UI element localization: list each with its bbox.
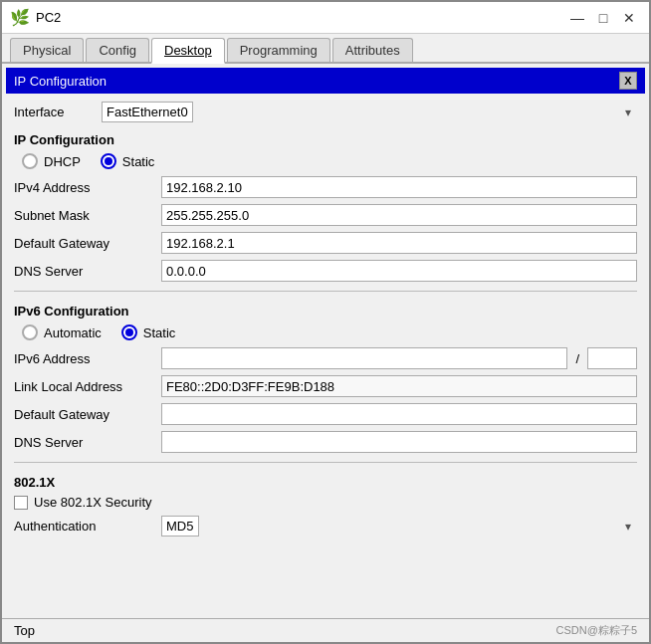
interface-row: Interface FastEthernet0: [2, 98, 649, 126]
dns-server-row: DNS Server: [2, 257, 649, 285]
interface-label: Interface: [14, 105, 94, 119]
ipv6-static-radio[interactable]: Static: [121, 324, 176, 340]
static-radio-indicator: [101, 153, 116, 169]
static-radio[interactable]: Static: [101, 153, 155, 169]
subnet-mask-row: Subnet Mask: [2, 201, 649, 229]
window-title: PC2: [36, 10, 565, 25]
subnet-mask-input[interactable]: [161, 204, 637, 226]
ipv6-address-label: IPv6 Address: [14, 351, 153, 366]
ip-config-header: IP Configuration X: [6, 68, 645, 94]
ipv6-address-row: IPv6 Address /: [2, 344, 649, 372]
ipv6-mode-radio-group: Automatic Static: [2, 321, 649, 344]
link-local-label: Link Local Address: [14, 379, 153, 394]
ipv6-slash: /: [575, 351, 579, 366]
close-button[interactable]: ✕: [617, 6, 641, 30]
static-label: Static: [122, 154, 155, 169]
ipv6-dns-server-row: DNS Server: [2, 428, 649, 456]
main-panel: IP Configuration X Interface FastEtherne…: [2, 64, 649, 618]
ipv6-prefix-input[interactable]: [587, 347, 637, 369]
ipv6-default-gateway-label: Default Gateway: [14, 407, 153, 422]
use-security-label: Use 802.1X Security: [34, 495, 152, 510]
default-gateway-label: Default Gateway: [14, 236, 153, 251]
ip-config-title: IP Configuration: [14, 74, 107, 89]
content-area: IP Configuration X Interface FastEtherne…: [2, 64, 649, 618]
ipv6-static-radio-dot: [125, 328, 133, 336]
ipv6-config-section-title: IPv6 Configuration: [2, 298, 649, 321]
dns-server-input[interactable]: [161, 260, 637, 282]
authentication-select-wrapper: MD5: [161, 516, 637, 537]
section-divider-2: [14, 462, 637, 463]
default-gateway-input[interactable]: [161, 232, 637, 254]
dhcp-radio-indicator: [22, 153, 38, 169]
bottom-bar: Top CSDN@粽粽子5: [2, 618, 649, 642]
top-label: Top: [14, 623, 35, 638]
authentication-label: Authentication: [14, 519, 153, 534]
ipv6-static-label: Static: [143, 325, 176, 340]
minimize-button[interactable]: —: [565, 6, 589, 30]
subnet-mask-label: Subnet Mask: [14, 208, 153, 223]
default-gateway-row: Default Gateway: [2, 229, 649, 257]
ipv6-default-gateway-input[interactable]: [161, 403, 637, 425]
section-divider: [14, 291, 637, 292]
window-controls: — □ ✕: [565, 6, 641, 30]
title-bar: 🌿 PC2 — □ ✕: [2, 2, 649, 34]
automatic-radio-indicator: [22, 324, 38, 340]
ipv6-address-input[interactable]: [161, 347, 567, 369]
tab-physical[interactable]: Physical: [10, 38, 84, 62]
link-local-row: Link Local Address: [2, 372, 649, 400]
interface-select-wrapper: FastEthernet0: [102, 102, 637, 122]
automatic-label: Automatic: [44, 325, 102, 340]
dns-server-label: DNS Server: [14, 264, 153, 279]
ip-config-close-button[interactable]: X: [619, 72, 637, 90]
tab-attributes[interactable]: Attributes: [332, 38, 413, 62]
interface-select[interactable]: FastEthernet0: [102, 102, 193, 122]
authentication-row: Authentication MD5: [2, 513, 649, 539]
use-security-row: Use 802.1X Security: [2, 492, 649, 513]
app-icon: 🌿: [10, 8, 30, 28]
ip-mode-radio-group: DHCP Static: [2, 149, 649, 173]
ipv6-static-radio-indicator: [121, 324, 137, 340]
maximize-button[interactable]: □: [591, 6, 615, 30]
tab-desktop[interactable]: Desktop: [151, 38, 225, 64]
main-window: 🌿 PC2 — □ ✕ Physical Config Desktop Prog…: [0, 0, 651, 644]
tab-config[interactable]: Config: [86, 38, 149, 62]
dot1x-section-title: 802.1X: [2, 469, 649, 492]
static-radio-dot: [105, 157, 112, 165]
ipv6-dns-server-input[interactable]: [161, 431, 637, 453]
ip-config-section-title: IP Configuration: [2, 126, 649, 149]
bottom-spacer: [2, 539, 649, 559]
ipv6-default-gateway-row: Default Gateway: [2, 400, 649, 428]
ipv4-address-row: IPv4 Address: [2, 173, 649, 201]
ipv4-address-label: IPv4 Address: [14, 180, 153, 195]
ipv6-dns-server-label: DNS Server: [14, 435, 153, 450]
watermark: CSDN@粽粽子5: [556, 623, 637, 638]
link-local-input[interactable]: [161, 375, 637, 397]
tab-bar: Physical Config Desktop Programming Attr…: [2, 34, 649, 64]
dhcp-radio[interactable]: DHCP: [22, 153, 81, 169]
ipv4-address-input[interactable]: [161, 176, 637, 198]
tab-programming[interactable]: Programming: [227, 38, 330, 62]
automatic-radio[interactable]: Automatic: [22, 324, 102, 340]
use-security-checkbox[interactable]: [14, 496, 28, 510]
authentication-select[interactable]: MD5: [161, 516, 199, 537]
dhcp-label: DHCP: [44, 154, 81, 169]
